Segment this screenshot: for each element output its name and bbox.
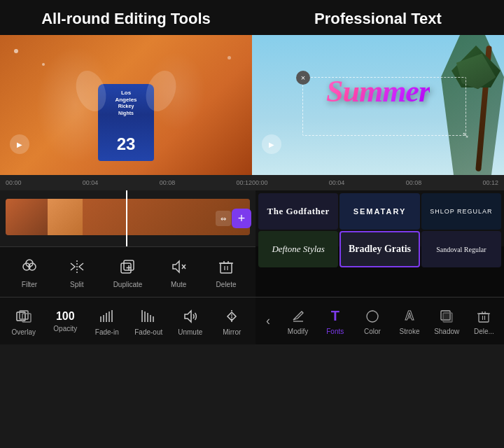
ruler-mark: 00:12 [482,179,498,186]
overlay-label: Overlay [12,328,36,336]
font-label-sematary: SEMATARY [354,207,407,216]
delete-icon [215,255,237,278]
color-label: Color [364,328,381,335]
fadeout-icon [139,307,158,326]
delete-button[interactable]: Delete [215,255,237,288]
mirror-button[interactable]: Mirror [214,307,249,336]
unmute-label: Unmute [178,328,202,336]
ruler-mark: 00:12 [236,179,252,186]
mute-icon [167,255,190,278]
jersey-city-text: Los Angeles Rickey Nights [112,90,140,116]
overlay-icon [14,307,34,326]
play-button-right[interactable]: ▶ [262,134,281,154]
split-label: Split [70,281,83,288]
resize-handle[interactable]: ⤡ [458,128,472,142]
opacity-value: 100 [56,310,75,323]
delete-label: Delete [216,281,237,288]
nav-item-delete[interactable]: Dele... [468,307,499,335]
header-left-title: All-round Editing Tools [0,10,252,28]
unmute-icon [181,307,200,326]
bottom-tools-left: Overlay 100 Opacity Fade-in [0,298,255,344]
nav-item-modify[interactable]: Modify [283,307,314,335]
font-label-sandoval: Sandoval Regular [436,246,486,253]
fadein-icon [97,307,117,326]
track-thumbnail-2 [48,199,83,235]
filter-button[interactable]: Filter [18,255,41,288]
video-panel-left: Los Angeles Rickey Nights 23 ▶ [0,35,252,175]
track-container: ⇔ + [0,190,255,246]
stroke-icon: A [400,307,419,326]
video-row: Los Angeles Rickey Nights 23 ▶ Summer [0,35,504,175]
timeline-font-row: ⇔ + The Godfather SEMATARY SHLOP REGULAR… [0,190,504,246]
mute-button[interactable]: Mute [167,255,190,288]
app-header: All-round Editing Tools Professional Tex… [0,0,504,35]
font-item-sandoval[interactable]: Sandoval Regular [421,231,501,267]
mirror-label: Mirror [223,328,241,336]
fonts-label: Fonts [326,328,344,335]
track-thumbnail-1 [6,199,48,235]
fadein-label: Fade-in [95,328,119,336]
split-button[interactable]: Split [66,255,88,288]
ruler-mark: 00:04 [83,179,99,186]
video-panel-right: Summer × ⤡ ▶ [252,35,504,175]
shadow-icon [438,307,456,326]
font-label-deftone: Deftone Stylas [272,244,324,255]
right-nav: ‹ Modify T Fonts [255,307,504,335]
ruler-marks-left: 00:00 00:04 00:08 00:12 [6,179,252,186]
modify-icon [289,307,307,326]
ruler-left: 00:00 00:04 00:08 00:12 [6,175,252,190]
fadeout-label: Fade-out [134,328,162,336]
font-item-sematary[interactable]: SEMATARY [340,193,419,230]
split-icon [66,255,88,278]
overlay-button[interactable]: Overlay [6,307,41,336]
nav-back-button[interactable]: ‹ [257,314,279,328]
filter-icon [18,255,41,278]
opacity-control[interactable]: 100 Opacity [48,310,83,332]
video-track[interactable] [6,199,250,235]
font-label-shlop: SHLOP REGULAR [430,208,492,215]
text-selection-box[interactable]: × ⤡ [302,77,466,136]
mute-label: Mute [171,281,186,288]
font-item-godfather[interactable]: The Godfather [258,193,338,230]
header-right-title: Professional Text [252,10,504,28]
nav-item-stroke[interactable]: A Stroke [394,307,425,335]
close-text-button[interactable]: × [296,71,310,85]
unmute-button[interactable]: Unmute [173,307,208,336]
shadow-label: Shadow [434,328,459,335]
mirror-icon [222,307,241,326]
font-grid: The Godfather SEMATARY SHLOP REGULAR Def… [255,190,504,246]
svg-rect-10 [220,263,232,273]
fadein-button[interactable]: Fade-in [90,307,125,336]
font-item-deftone[interactable]: Deftone Stylas [258,231,338,267]
font-label-bradley: Bradley Gratis [349,244,411,255]
nav-items: Modify T Fonts Color [279,307,503,335]
font-label-godfather: The Godfather [267,206,330,217]
add-clip-button[interactable]: + [232,209,251,228]
fadeout-button[interactable]: Fade-out [131,307,166,336]
ruler-mark: 00:08 [406,179,422,186]
nav-delete-icon [475,307,493,326]
nav-delete-label: Dele... [474,328,494,335]
fonts-icon: T [326,307,344,326]
font-item-shlop[interactable]: SHLOP REGULAR [421,193,501,230]
stroke-label: Stroke [400,328,420,335]
nav-item-fonts[interactable]: T Fonts [320,307,351,335]
duplicate-button[interactable]: Duplicate [113,255,143,288]
ruler-mark: 00:00 [6,179,22,186]
bottom-toolbar: Overlay 100 Opacity Fade-in [0,297,504,344]
nav-item-color[interactable]: Color [357,307,388,335]
timeline-rulers: 00:00 00:04 00:08 00:12 00:00 00:04 00:0… [0,175,504,190]
opacity-label: Opacity [53,325,77,332]
right-nav-area: ‹ Modify T Fonts [255,298,504,344]
font-item-bradley[interactable]: Bradley Gratis [340,231,419,267]
nav-item-shadow[interactable]: Shadow [431,307,462,335]
filter-label: Filter [22,281,37,288]
play-button-left[interactable]: ▶ [10,134,29,154]
playhead [126,190,127,246]
track-split-icon: ⇔ [216,211,231,226]
ruler-marks-right: 00:00 00:04 00:08 00:12 [252,179,498,186]
svg-rect-32 [479,314,489,322]
tool-row-left: Filter Split Dupl [0,246,255,297]
svg-rect-31 [443,313,452,322]
timeline-track-area: ⇔ + [0,190,255,246]
